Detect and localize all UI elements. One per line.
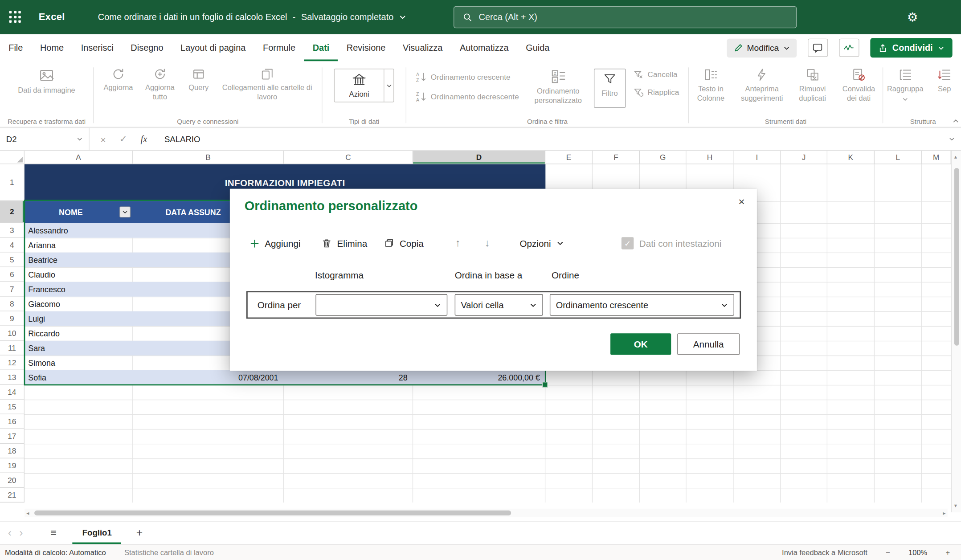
- add-level-button[interactable]: Aggiungi: [250, 235, 300, 251]
- row-header-8[interactable]: 8: [0, 297, 25, 311]
- ordinamento-crescente-button[interactable]: AZ Ordinamento crescente: [412, 70, 523, 85]
- insert-function-button[interactable]: fx: [140, 134, 147, 144]
- tab-disegno[interactable]: Disegno: [122, 34, 172, 61]
- column-header-f[interactable]: F: [593, 151, 640, 164]
- row-header-19[interactable]: 19: [0, 458, 25, 473]
- row-header-16[interactable]: 16: [0, 414, 25, 429]
- anteprima-suggerimenti-button[interactable]: Anteprima suggerimenti: [734, 65, 790, 106]
- row-header-3[interactable]: 3: [0, 223, 25, 238]
- column-header-d[interactable]: D: [413, 151, 545, 164]
- vertical-scrollbar[interactable]: ▴ ▾: [951, 151, 961, 512]
- share-button[interactable]: Condividi: [870, 38, 952, 57]
- delete-level-button[interactable]: Elimina: [322, 235, 367, 251]
- comments-button[interactable]: [808, 39, 828, 57]
- tab-formule[interactable]: Formule: [254, 34, 304, 61]
- row-header-17[interactable]: 17: [0, 429, 25, 444]
- tab-guida[interactable]: Guida: [517, 34, 558, 61]
- ordinamento-personalizzato-button[interactable]: ZA Ordinamento personalizzato: [526, 66, 590, 108]
- dialog-close-button[interactable]: ×: [732, 192, 751, 211]
- column-header-c[interactable]: C: [284, 151, 413, 164]
- search-input[interactable]: [479, 12, 788, 22]
- row-header-12[interactable]: 12: [0, 356, 25, 370]
- formula-content[interactable]: SALARIO: [164, 135, 200, 144]
- next-sheet-button[interactable]: ›: [20, 527, 31, 539]
- row-header-21[interactable]: 21: [0, 488, 25, 503]
- cancel-entry-button[interactable]: ×: [101, 134, 106, 144]
- aggiorna-tutto-button[interactable]: Aggiorna tutto: [140, 65, 180, 104]
- collegamenti-button[interactable]: Collegamenti alle cartelle di lavoro: [217, 65, 318, 104]
- options-dropdown[interactable]: Opzioni: [520, 235, 564, 251]
- workbook-statistics[interactable]: Statistiche cartella di lavoro: [124, 548, 214, 556]
- row-header-9[interactable]: 9: [0, 311, 25, 326]
- copy-level-button[interactable]: Copia: [384, 235, 424, 251]
- row-header-10[interactable]: 10: [0, 326, 25, 341]
- ordinamento-decrescente-button[interactable]: ZA Ordinamento decrescente: [412, 90, 523, 104]
- column-header-m[interactable]: M: [922, 151, 951, 164]
- confirm-entry-button[interactable]: ✓: [119, 134, 127, 145]
- search-bar[interactable]: [454, 6, 797, 29]
- cell-a5[interactable]: Beatrice: [28, 253, 57, 267]
- row-header-11[interactable]: 11: [0, 341, 25, 356]
- cell-a4[interactable]: Arianna: [28, 238, 56, 253]
- row-header-20[interactable]: 20: [0, 473, 25, 488]
- name-box[interactable]: D2: [0, 128, 90, 151]
- column-header-g[interactable]: G: [640, 151, 687, 164]
- zoom-level[interactable]: 100%: [908, 548, 927, 556]
- cell-c13[interactable]: 28: [284, 370, 411, 385]
- tab-automatizza[interactable]: Automatizza: [451, 34, 517, 61]
- cell-a9[interactable]: Luigi: [28, 311, 45, 326]
- collapse-ribbon-button[interactable]: [953, 118, 959, 124]
- cell-a11[interactable]: Sara: [28, 341, 45, 356]
- column-header-a[interactable]: A: [25, 151, 133, 164]
- tab-dati[interactable]: Dati: [304, 34, 338, 61]
- zoom-out-button[interactable]: −: [886, 548, 890, 556]
- move-level-up-button[interactable]: ↑: [455, 235, 461, 251]
- column-header-j[interactable]: J: [781, 151, 828, 164]
- query-button[interactable]: Query: [181, 65, 216, 104]
- cell-a7[interactable]: Francesco: [28, 282, 65, 297]
- tab-home[interactable]: Home: [32, 34, 73, 61]
- cell-a6[interactable]: Claudio: [28, 267, 55, 282]
- column-header-e[interactable]: E: [545, 151, 593, 164]
- cancella-button[interactable]: Cancella: [629, 67, 683, 82]
- calc-mode-status[interactable]: Modalità di calcolo: Automatico: [5, 548, 106, 556]
- tab-layout[interactable]: Layout di pagina: [172, 34, 254, 61]
- sheet-tab-foglio1[interactable]: Foglio1: [73, 522, 122, 544]
- settings-button[interactable]: ⚙: [907, 0, 918, 34]
- prev-sheet-button[interactable]: ‹: [0, 527, 20, 539]
- tab-visualizza[interactable]: Visualizza: [394, 34, 451, 61]
- cell-d13[interactable]: 26.000,00 €: [413, 370, 543, 385]
- row-header-4[interactable]: 4: [0, 238, 25, 253]
- column-header-b[interactable]: B: [133, 151, 284, 164]
- select-all-corner[interactable]: [0, 151, 25, 164]
- row-header-15[interactable]: 15: [0, 400, 25, 414]
- document-title[interactable]: Come ordinare i dati in un foglio di cal…: [98, 12, 406, 22]
- sort-order-select[interactable]: Ordinamento crescente: [550, 294, 734, 315]
- ok-button[interactable]: OK: [610, 333, 671, 355]
- row-header-2[interactable]: 2: [0, 201, 25, 223]
- azioni-split-button[interactable]: Azioni: [334, 69, 394, 102]
- cell-a2-header-nome[interactable]: NOME: [25, 201, 133, 223]
- scroll-left-icon[interactable]: ◂: [26, 511, 29, 516]
- zoom-in-button[interactable]: +: [946, 548, 950, 556]
- row-header-1[interactable]: 1: [0, 164, 25, 201]
- app-launcher-icon[interactable]: [9, 11, 22, 24]
- vertical-scroll-thumb[interactable]: [954, 168, 959, 346]
- nome-filter-button[interactable]: [119, 207, 131, 218]
- azioni-dropdown-arrow[interactable]: [384, 69, 393, 102]
- row-header-13[interactable]: 13: [0, 370, 25, 385]
- horizontal-scrollbar[interactable]: ◂ ▸: [25, 509, 948, 517]
- tab-revisione[interactable]: Revisione: [338, 34, 394, 61]
- separa-button[interactable]: Sep: [927, 65, 961, 105]
- scroll-up-icon[interactable]: ▴: [954, 155, 957, 160]
- column-header-i[interactable]: I: [734, 151, 781, 164]
- expand-formula-bar-button[interactable]: [949, 136, 955, 142]
- feedback-link[interactable]: Invia feedback a Microsoft: [782, 548, 867, 556]
- riapplica-button[interactable]: Riapplica: [629, 85, 683, 99]
- row-header-6[interactable]: 6: [0, 267, 25, 282]
- filtro-toggle[interactable]: Filtro: [594, 69, 626, 108]
- add-sheet-button[interactable]: +: [131, 527, 147, 540]
- cell-a10[interactable]: Riccardo: [28, 326, 60, 341]
- filtro-button[interactable]: Filtro: [594, 69, 625, 100]
- tab-inserisci[interactable]: Inserisci: [72, 34, 122, 61]
